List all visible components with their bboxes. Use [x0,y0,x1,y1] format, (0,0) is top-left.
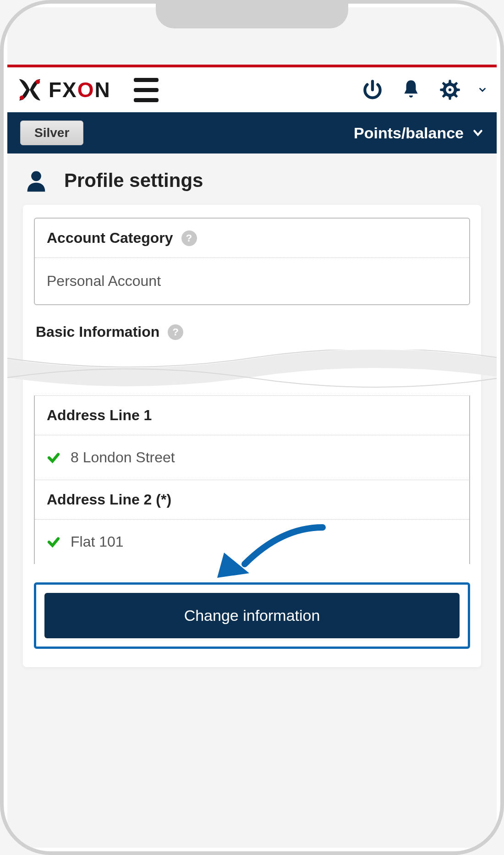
logo-mark-icon [16,77,43,103]
check-icon [47,535,60,549]
address-line-2-label: Address Line 2 (*) [35,480,469,520]
phone-notch [156,4,348,28]
menu-button[interactable] [134,78,159,102]
help-icon[interactable]: ? [181,230,197,246]
top-bar: FXON [7,67,497,112]
chevron-down-icon [472,127,484,139]
change-information-button[interactable]: Change information [44,593,460,638]
account-category-label: Account Category [47,230,173,247]
account-category-value: Personal Account [35,258,469,304]
account-category-section: Account Category ? Personal Account [34,218,470,305]
profile-card: Account Category ? Personal Account Basi… [23,205,481,667]
address-line-2-row: Address Line 2 (*) Flat 101 [34,480,470,564]
help-icon[interactable]: ? [168,324,183,340]
power-icon[interactable] [361,78,384,101]
address-line-2-value: Flat 101 [71,533,124,550]
page-header: Profile settings [7,153,497,205]
gear-icon[interactable] [438,78,462,102]
logo-text: FXON [49,77,111,102]
basic-info-label: Basic Information [36,323,159,340]
svg-point-0 [36,80,40,84]
tier-badge: Silver [20,121,83,145]
cta-highlight: Change information [34,582,470,649]
bell-icon[interactable] [400,78,422,101]
brand-logo[interactable]: FXON [16,77,111,103]
points-balance-toggle[interactable]: Points/balance [354,124,484,142]
page-title: Profile settings [64,170,203,192]
user-icon [23,167,49,194]
sub-bar: Silver Points/balance [7,112,497,153]
address-line-1-label: Address Line 1 [35,396,469,435]
svg-point-1 [20,96,24,100]
basic-info-header: Basic Information ? [34,305,470,350]
address-line-1-row: Address Line 1 8 London Street [34,395,470,480]
points-balance-label: Points/balance [354,124,464,142]
svg-point-2 [31,171,41,181]
check-icon [47,451,60,465]
content-gap-decoration [23,350,481,395]
chevron-down-icon[interactable] [477,85,488,95]
address-line-1-value: 8 London Street [71,449,175,466]
